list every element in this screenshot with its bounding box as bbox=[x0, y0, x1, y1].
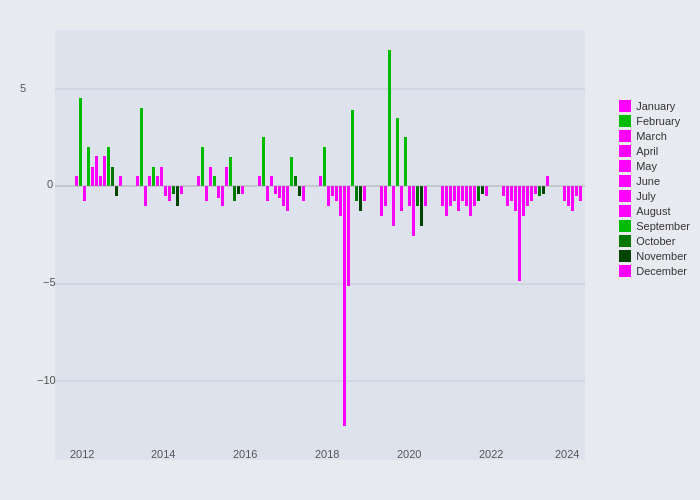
bar bbox=[363, 186, 366, 201]
bar bbox=[258, 176, 261, 186]
bar bbox=[176, 186, 179, 206]
bar bbox=[465, 186, 468, 206]
bar bbox=[213, 176, 216, 186]
bar bbox=[270, 176, 273, 186]
bar bbox=[148, 176, 151, 186]
bar bbox=[457, 186, 460, 211]
bar bbox=[282, 186, 285, 206]
bar bbox=[160, 167, 163, 186]
bar bbox=[567, 186, 570, 206]
bar bbox=[343, 186, 346, 426]
legend-item-april: April bbox=[619, 145, 690, 157]
bar bbox=[542, 186, 545, 194]
bar bbox=[355, 186, 358, 201]
bar bbox=[396, 118, 399, 186]
bar bbox=[180, 186, 183, 194]
legend-item-august: August bbox=[619, 205, 690, 217]
legend-item-november: November bbox=[619, 250, 690, 262]
bar bbox=[571, 186, 574, 211]
bar bbox=[506, 186, 509, 206]
bar bbox=[262, 137, 265, 186]
bar bbox=[331, 186, 334, 196]
bar bbox=[327, 186, 330, 206]
bar bbox=[111, 167, 114, 186]
bar bbox=[140, 108, 143, 186]
bar bbox=[424, 186, 427, 206]
bar bbox=[152, 167, 155, 186]
legend-color-october bbox=[619, 235, 631, 247]
x-label-2016: 2016 bbox=[233, 448, 257, 460]
legend-color-may bbox=[619, 160, 631, 172]
bar bbox=[404, 137, 407, 186]
bar bbox=[136, 176, 139, 186]
x-label-2024: 2024 bbox=[555, 448, 579, 460]
bar bbox=[164, 186, 167, 196]
legend-color-september bbox=[619, 220, 631, 232]
bar bbox=[579, 186, 582, 201]
bar bbox=[91, 167, 94, 186]
bar bbox=[87, 147, 90, 186]
chart-container: 5 0 −5 −10 2012 2014 2016 2018 2020 2022… bbox=[0, 0, 700, 500]
bar bbox=[319, 176, 322, 186]
legend-label-november: November bbox=[636, 250, 687, 262]
bar bbox=[461, 186, 464, 201]
legend-item-september: September bbox=[619, 220, 690, 232]
x-label-2022: 2022 bbox=[479, 448, 503, 460]
bar bbox=[339, 186, 342, 216]
bar bbox=[302, 186, 305, 201]
bar bbox=[400, 186, 403, 211]
bar bbox=[201, 147, 204, 186]
legend-color-april bbox=[619, 145, 631, 157]
bar bbox=[217, 186, 220, 198]
bar bbox=[526, 186, 529, 206]
legend-item-july: July bbox=[619, 190, 690, 202]
bar bbox=[221, 186, 224, 206]
bar bbox=[477, 186, 480, 201]
bar bbox=[449, 186, 452, 206]
legend-color-january bbox=[619, 100, 631, 112]
bar bbox=[502, 186, 505, 196]
bar bbox=[522, 186, 525, 216]
x-label-2012: 2012 bbox=[70, 448, 94, 460]
legend-item-march: March bbox=[619, 130, 690, 142]
legend-label-january: January bbox=[636, 100, 675, 112]
bar bbox=[205, 186, 208, 201]
bar bbox=[103, 156, 106, 186]
bar bbox=[441, 186, 444, 206]
bar bbox=[534, 186, 537, 194]
bar bbox=[99, 176, 102, 186]
x-label-2020: 2020 bbox=[397, 448, 421, 460]
bar bbox=[514, 186, 517, 211]
bar bbox=[278, 186, 281, 198]
legend-label-july: July bbox=[636, 190, 656, 202]
legend-label-september: September bbox=[636, 220, 690, 232]
bar bbox=[75, 176, 78, 186]
bar bbox=[119, 176, 122, 186]
bar bbox=[530, 186, 533, 201]
bar bbox=[416, 186, 419, 206]
chart-svg bbox=[55, 30, 585, 460]
bar bbox=[563, 186, 566, 201]
bar bbox=[266, 186, 269, 201]
bar bbox=[225, 167, 228, 186]
legend-label-october: October bbox=[636, 235, 675, 247]
legend-item-february: February bbox=[619, 115, 690, 127]
legend-item-may: May bbox=[619, 160, 690, 172]
bar bbox=[79, 98, 82, 186]
bar bbox=[95, 156, 98, 186]
bar bbox=[469, 186, 472, 216]
bar bbox=[384, 186, 387, 206]
legend-color-december bbox=[619, 265, 631, 277]
legend-label-august: August bbox=[636, 205, 670, 217]
bar bbox=[538, 186, 541, 196]
bar bbox=[83, 186, 86, 201]
bar bbox=[144, 186, 147, 206]
y-label-5: 5 bbox=[20, 82, 26, 94]
bar bbox=[274, 186, 277, 194]
legend-color-november bbox=[619, 250, 631, 262]
legend-label-december: December bbox=[636, 265, 687, 277]
chart-legend: January February March April May June bbox=[619, 100, 690, 277]
legend-color-june bbox=[619, 175, 631, 187]
legend-label-march: March bbox=[636, 130, 667, 142]
legend-color-july bbox=[619, 190, 631, 202]
